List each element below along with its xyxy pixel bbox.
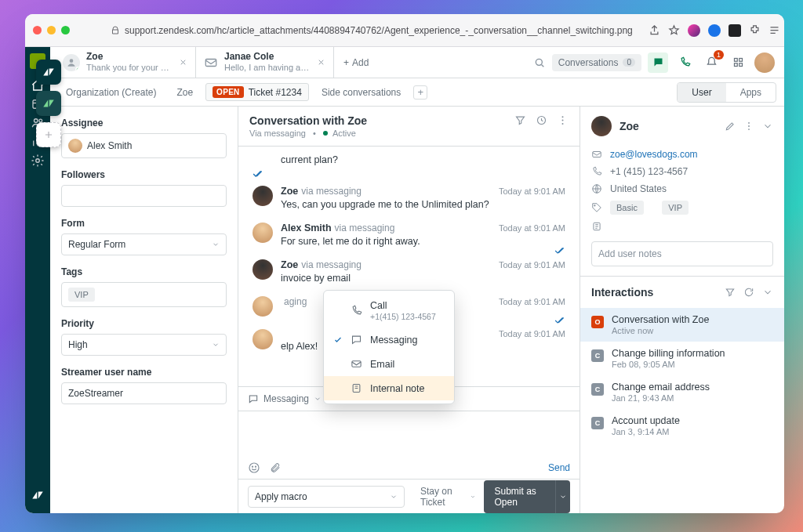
chat-icon [248, 393, 259, 404]
user-notes[interactable]: Add user notes [591, 241, 773, 266]
svg-point-28 [594, 205, 595, 206]
chat-icon [351, 334, 362, 346]
more-icon[interactable] [743, 121, 754, 132]
form-label: Form [61, 218, 227, 229]
interaction-item[interactable]: C Account updateJan 3, 9:14 AM [580, 409, 784, 443]
send-button[interactable]: Send [548, 462, 570, 473]
message: Alex Smith via messagingToday at 9:01 AM… [253, 223, 565, 247]
submit-dropdown[interactable] [555, 480, 570, 513]
emoji-icon[interactable] [248, 461, 260, 474]
breadcrumb-row: Organization (Create) Zoe OPENTicket #12… [50, 78, 784, 107]
svg-rect-26 [593, 152, 601, 157]
form-select[interactable]: Regular Form [61, 233, 227, 255]
mail-icon [204, 56, 218, 70]
ticket-chip[interactable]: OPENTicket #1234 [205, 83, 309, 101]
ticket-tab[interactable]: Janae ColeHello, I am having an is... [196, 47, 334, 78]
mail-icon [351, 358, 362, 370]
segment-apps[interactable]: Apps [726, 83, 776, 102]
status-dot-icon [323, 131, 328, 136]
svg-point-17 [562, 116, 564, 118]
apps-grid-icon[interactable] [728, 52, 748, 73]
chat-status-icon[interactable] [648, 52, 668, 73]
url-bar[interactable]: support.zendesk.com/hc/article_attachmen… [107, 25, 636, 36]
channel-call[interactable]: Call+1(415) 123-4567 [324, 294, 454, 328]
svg-point-24 [748, 125, 750, 127]
channel-internal-note[interactable]: Internal note [324, 376, 454, 400]
svg-point-18 [562, 120, 564, 121]
close-icon[interactable] [317, 58, 325, 67]
priority-select[interactable]: High [61, 334, 227, 356]
followers-label: Followers [61, 169, 227, 180]
extension-icon[interactable] [688, 24, 700, 37]
submit-button[interactable]: Submit as Open [484, 480, 570, 513]
right-panel-segmented[interactable]: User Apps [677, 82, 776, 103]
extension-icon[interactable] [708, 24, 721, 37]
svg-point-19 [562, 123, 564, 125]
svg-point-25 [748, 128, 750, 130]
refresh-icon[interactable] [743, 287, 754, 298]
bell-icon[interactable]: 1 [701, 52, 721, 73]
list-icon[interactable] [768, 24, 780, 36]
window-controls[interactable] [33, 26, 70, 34]
edit-icon[interactable] [725, 121, 736, 132]
ticket-tab[interactable]: ZoeThank you for your hel... [55, 47, 196, 78]
segment-user[interactable]: User [678, 83, 725, 102]
url-text: support.zendesk.com/hc/article_attachmen… [125, 25, 633, 36]
channel-menu[interactable]: Call+1(415) 123-4567 Messaging Email Int… [323, 290, 455, 404]
history-icon[interactable] [536, 114, 547, 126]
breadcrumb[interactable]: Organization (Create) [58, 84, 164, 101]
close-icon[interactable] [179, 58, 187, 67]
assignee-input[interactable]: Alex Smith [61, 133, 227, 158]
more-icon[interactable] [557, 114, 569, 126]
extension-icon[interactable] [729, 24, 741, 37]
breadcrumb[interactable]: Side conversations [314, 84, 409, 101]
filter-icon[interactable] [725, 287, 736, 298]
chevron-down-icon [212, 341, 220, 349]
status-badge-icon: O [591, 316, 604, 328]
add-side-conversation[interactable]: + [413, 85, 427, 100]
channel-messaging[interactable]: Messaging [324, 328, 454, 352]
chevron-down-icon[interactable] [762, 287, 773, 298]
chevron-down-icon [212, 241, 220, 248]
puzzle-icon[interactable] [749, 24, 761, 36]
followers-input[interactable] [61, 185, 227, 207]
status-badge-icon: C [591, 349, 604, 362]
phone-icon [591, 166, 602, 177]
add-tab-button[interactable]: +Add [334, 47, 378, 78]
status-badge-icon: C [591, 383, 604, 396]
star-icon[interactable] [668, 24, 680, 36]
macro-select[interactable]: Apply macro [248, 486, 405, 508]
read-receipt-icon [554, 317, 565, 324]
tags-input[interactable]: VIP [61, 282, 227, 307]
tags-label: Tags [61, 266, 227, 277]
profile-name: Zoe [620, 120, 639, 132]
filter-icon[interactable] [514, 114, 526, 126]
agent-avatar[interactable] [754, 52, 775, 73]
compose-textarea[interactable] [238, 411, 580, 457]
ext-tile-zendesk[interactable] [36, 60, 61, 85]
lock-icon [111, 26, 120, 35]
phone-icon[interactable] [674, 52, 695, 73]
ext-tile-add[interactable] [36, 122, 61, 147]
email-link[interactable]: zoe@lovesdogs.com [610, 149, 698, 160]
conversation-title: Conversation with Zoe [249, 114, 367, 127]
interaction-item[interactable]: O Conversation with ZoeActive now [580, 308, 784, 342]
svg-rect-30 [352, 361, 361, 367]
share-icon[interactable] [649, 24, 660, 36]
rail-settings-icon[interactable] [31, 154, 45, 168]
interaction-item[interactable]: C Change billing informationFeb 08, 9:05… [580, 342, 784, 375]
ext-tile-zendesk-2[interactable] [36, 91, 61, 116]
message: Zoe via messagingToday at 9:01 AM invoic… [253, 259, 565, 284]
search-icon[interactable] [533, 56, 546, 69]
stay-on-ticket[interactable]: Stay on Ticket [420, 486, 476, 508]
attachment-icon[interactable] [270, 461, 281, 474]
chevron-down-icon[interactable] [762, 121, 773, 132]
message: Zoe via messagingToday at 9:01 AM Yes, c… [253, 186, 565, 210]
svg-point-22 [255, 466, 256, 467]
channel-email[interactable]: Email [324, 352, 454, 376]
interaction-item[interactable]: C Change email addressJan 21, 9:43 AM [580, 375, 784, 409]
rail-zendesk-icon[interactable] [31, 488, 45, 502]
streamer-input[interactable]: ZoeStreamer [61, 382, 227, 404]
breadcrumb[interactable]: Zoe [169, 84, 201, 101]
conversations-pill[interactable]: Conversations0 [552, 54, 641, 71]
